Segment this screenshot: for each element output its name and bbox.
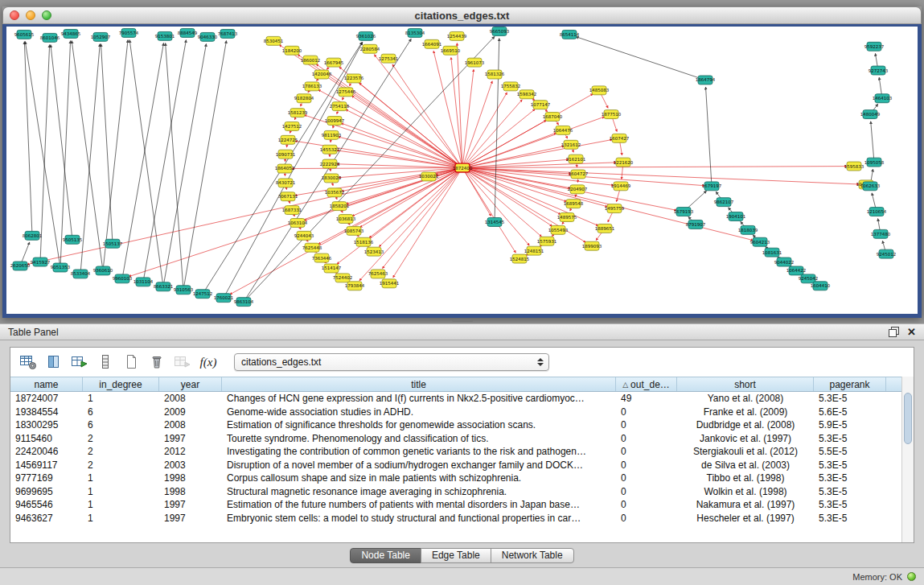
graph-node[interactable]: 1687040 xyxy=(543,113,563,122)
graph-node[interactable]: 1760021 xyxy=(214,294,233,303)
table-row[interactable]: 969969511998Structural magnetic resonanc… xyxy=(10,485,914,499)
graph-node[interactable]: 2620650 xyxy=(10,262,31,270)
graph-node[interactable]: 1064422 xyxy=(786,266,806,275)
graph-node[interactable]: 8884549 xyxy=(178,28,198,37)
graph-node[interactable]: 1052907 xyxy=(91,32,111,41)
graph-node[interactable]: 1063104 xyxy=(288,218,308,227)
graph-node[interactable]: 1864052 xyxy=(275,164,294,173)
graph-node[interactable]: 9046330 xyxy=(198,32,218,41)
graph-node[interactable]: 1830020 xyxy=(322,174,342,183)
graph-node[interactable]: 1514147 xyxy=(322,264,342,273)
graph-node[interactable]: 8663321 xyxy=(154,282,173,291)
graph-node[interactable]: 1598342 xyxy=(517,90,536,99)
graph-node[interactable]: 1321612 xyxy=(561,140,581,149)
graph-node[interactable]: 1420048 xyxy=(312,70,332,79)
graph-node[interactable]: 9415927 xyxy=(31,257,51,266)
graph-node[interactable]: 1877510 xyxy=(602,110,622,119)
float-panel-icon[interactable] xyxy=(889,327,899,337)
graph-node[interactable]: 1248151 xyxy=(524,246,544,255)
zoom-window-button[interactable] xyxy=(42,10,51,20)
graph-node[interactable]: 8791907 xyxy=(686,220,706,229)
graph-node[interactable]: 1687331 xyxy=(282,206,302,215)
graph-node[interactable]: 2162101 xyxy=(566,154,585,163)
graph-node[interactable]: 1604727 xyxy=(569,170,589,179)
table-vertical-scrollbar[interactable] xyxy=(901,377,914,542)
graph-node[interactable]: 1575931 xyxy=(537,237,556,245)
graph-node[interactable]: 1455327 xyxy=(320,145,340,154)
graph-node[interactable]: 9361026 xyxy=(356,31,376,40)
graph-node[interactable]: 1581239 xyxy=(288,109,308,117)
table-row[interactable]: 911546021997Tourette syndrome. Phenomeno… xyxy=(10,432,914,446)
table-row[interactable]: 2242004622012Investigating the contribut… xyxy=(10,445,914,459)
graph-node[interactable]: 7524402 xyxy=(333,274,352,282)
graph-node[interactable]: 1904101 xyxy=(726,212,745,221)
graph-node[interactable]: 3067131 xyxy=(278,192,298,201)
graph-node[interactable]: 9665093 xyxy=(490,27,510,35)
graph-node[interactable]: 1858201 xyxy=(330,202,349,211)
table-row[interactable]: 1872400712008Changes of HCN gene express… xyxy=(10,392,914,406)
graph-node[interactable]: 9051353 xyxy=(51,263,71,272)
table-row[interactable]: 977716911998Corpus callosum shape and si… xyxy=(10,472,914,485)
tab-network-table[interactable]: Network Table xyxy=(491,548,574,563)
graph-node[interactable]: 1607427 xyxy=(610,134,630,142)
graph-node[interactable]: 1377480 xyxy=(871,229,891,238)
graph-node[interactable]: 1485083 xyxy=(589,86,610,95)
column-header-short[interactable]: short xyxy=(677,377,814,391)
column-header-in_degree[interactable]: in_degree xyxy=(83,377,159,391)
close-panel-icon[interactable]: ✕ xyxy=(907,327,916,337)
graph-node[interactable]: 1077147 xyxy=(531,101,551,109)
graph-node[interactable]: 1090731 xyxy=(276,150,295,159)
graph-node[interactable]: 9153801 xyxy=(155,31,175,40)
table-row[interactable]: 1456911722003Disruption of a novel membe… xyxy=(10,459,914,472)
graph-node[interactable]: 9605615 xyxy=(14,30,34,39)
graph-node[interactable]: 1689548 xyxy=(564,200,584,208)
graph-node[interactable]: 1224725 xyxy=(278,135,298,144)
graph-node[interactable]: 1667945 xyxy=(324,58,343,67)
graph-node[interactable]: 9592237 xyxy=(864,42,885,51)
graph-node[interactable]: 1081631 xyxy=(762,248,782,257)
graph-node[interactable]: 7625448 xyxy=(302,243,322,252)
graph-node[interactable]: 9604213 xyxy=(750,237,770,246)
graph-node[interactable]: 1581326 xyxy=(485,70,505,79)
column-header-year[interactable]: year xyxy=(159,377,222,391)
graph-node[interactable]: 1495759 xyxy=(605,204,625,213)
graph-node[interactable]: 7905574 xyxy=(119,28,139,37)
close-window-button[interactable] xyxy=(10,10,19,20)
column-header-name[interactable]: name xyxy=(10,377,83,391)
graph-node[interactable]: 1524815 xyxy=(510,254,529,263)
table-row[interactable]: 946362711997Embryonic stem cells: a mode… xyxy=(10,512,914,525)
rows-button[interactable] xyxy=(94,352,117,373)
graph-node[interactable]: 1480049 xyxy=(860,110,881,119)
graph-node[interactable]: 1275341 xyxy=(379,54,398,63)
graph-node[interactable]: 2204907 xyxy=(568,185,588,194)
graph-node[interactable]: 8654114 xyxy=(560,30,580,39)
graph-node[interactable]: 1793844 xyxy=(345,282,365,290)
graph-node[interactable]: 1505137 xyxy=(103,239,123,248)
graph-node[interactable]: 1427512 xyxy=(282,122,302,131)
table-settings-button[interactable] xyxy=(17,352,39,373)
network-canvas[interactable]: 9605615860104694348651052907790557491538… xyxy=(6,27,918,314)
graph-node[interactable]: 1030021 xyxy=(419,172,438,181)
graph-node[interactable]: 7687413 xyxy=(218,29,238,38)
tab-edge-table[interactable]: Edge Table xyxy=(421,548,491,563)
graph-node[interactable]: 1604410 xyxy=(811,282,831,290)
graph-node[interactable]: 9811903 xyxy=(322,130,342,139)
graph-node[interactable]: 1223576 xyxy=(344,74,364,83)
graph-node[interactable]: 1864794 xyxy=(696,76,716,84)
graph-node[interactable]: 9310563 xyxy=(174,286,194,295)
function-builder-button[interactable]: f(x) xyxy=(197,352,220,373)
graph-node[interactable]: 1889651 xyxy=(595,224,614,233)
graph-node[interactable]: 1035672 xyxy=(325,188,344,197)
graph-node[interactable]: 1247512 xyxy=(193,290,212,299)
table-row[interactable]: 946554611997Estimation of the future num… xyxy=(10,498,914,512)
graph-node[interactable]: 1915441 xyxy=(380,279,399,288)
show-columns-button[interactable] xyxy=(43,352,65,373)
graph-node[interactable]: 1872400 xyxy=(453,163,473,172)
tab-node-table[interactable]: Node Table xyxy=(350,548,421,563)
graph-node[interactable]: 1489575 xyxy=(557,213,577,222)
column-header-pagerank[interactable]: pagerank xyxy=(814,377,886,391)
graph-node[interactable]: 1595833 xyxy=(844,162,864,171)
graph-node[interactable]: 1679197 xyxy=(702,182,722,191)
graph-node[interactable]: 1314545 xyxy=(485,218,504,227)
graph-node[interactable]: 1062633 xyxy=(860,182,881,191)
